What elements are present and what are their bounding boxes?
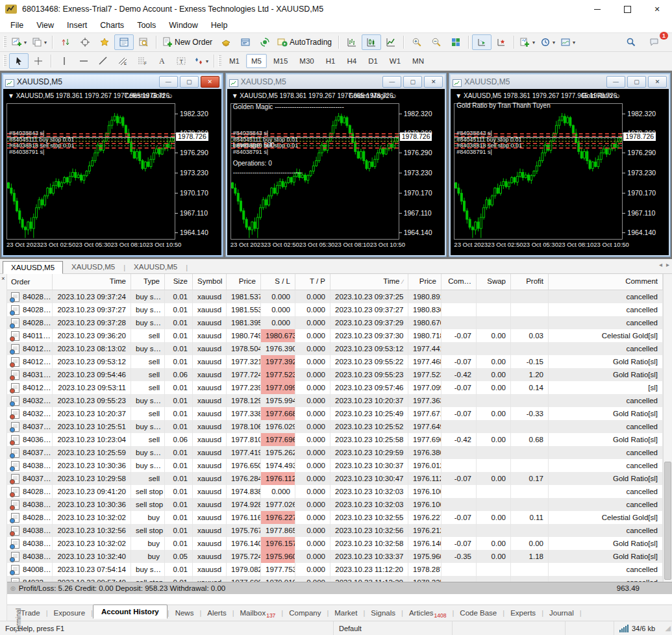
new-order-button[interactable]: New Order xyxy=(160,34,216,50)
status-profile[interactable]: Default xyxy=(334,621,453,635)
tile-windows-button[interactable] xyxy=(446,34,466,50)
trendline-button[interactable] xyxy=(93,53,113,69)
table-row[interactable]: 84038…2023.10.23 10:30:36sell stop0.01xa… xyxy=(7,498,663,511)
menu-window[interactable]: Window xyxy=(162,19,204,31)
toolbar-grip[interactable] xyxy=(3,55,6,67)
chart-window-titlebar[interactable]: XAUUSD,M5—▢✕ xyxy=(3,75,221,89)
line-chart-mode-button[interactable] xyxy=(381,34,401,50)
table-row[interactable]: 84028…2023.10.23 09:41:20sell stop0.01xa… xyxy=(7,485,663,498)
chart-restore-button[interactable]: ▢ xyxy=(627,76,646,88)
terminal-tab-market[interactable]: Market xyxy=(329,606,363,619)
table-row[interactable]: 84032…2023.10.23 09:55:23buy s…0.01xauus… xyxy=(7,394,663,407)
expert-advisors-button[interactable] xyxy=(216,34,236,50)
menu-tools[interactable]: Tools xyxy=(131,19,162,31)
terminal-tab-experts[interactable]: Experts xyxy=(504,606,541,619)
terminal-tab-code-base[interactable]: Code Base xyxy=(454,606,503,619)
column-header-price[interactable]: Price xyxy=(408,274,442,290)
table-row[interactable]: 84036…2023.10.23 10:23:04sell0.06xauusd1… xyxy=(7,433,663,446)
close-button[interactable]: ✕ xyxy=(642,0,672,18)
table-row[interactable]: 84012…2023.10.23 09:53:12sell0.01xauusd1… xyxy=(7,355,663,368)
toolbar-grip[interactable] xyxy=(218,55,221,67)
horizontal-line-button[interactable] xyxy=(74,53,93,69)
terminal-tab-account-history[interactable]: Account History xyxy=(93,604,168,619)
bar-chart-mode-button[interactable] xyxy=(342,34,362,50)
menu-view[interactable]: View xyxy=(30,19,60,31)
minimize-button[interactable] xyxy=(582,0,612,18)
maximize-button[interactable] xyxy=(612,0,642,18)
timeframe-mn-button[interactable]: MN xyxy=(407,54,429,68)
terminal-tab-signals[interactable]: Signals xyxy=(365,606,401,619)
text-button[interactable]: A xyxy=(152,53,171,69)
menu-file[interactable]: File xyxy=(4,19,30,31)
autotrading-button[interactable]: AutoTrading xyxy=(275,34,336,50)
column-header-time[interactable]: Time xyxy=(53,274,131,290)
profiles-button[interactable]: ▾ xyxy=(29,34,49,50)
chart-tab-2[interactable]: XAUUSD,M5 xyxy=(63,260,123,273)
timeframe-d1-button[interactable]: D1 xyxy=(363,54,383,68)
table-row[interactable]: 84028…2023.10.23 10:32:02buy0.01xauusd19… xyxy=(7,511,663,524)
terminal-tab-trade[interactable]: Trade xyxy=(15,606,46,619)
chart-tab-3[interactable]: XAUUSD,M5 xyxy=(125,260,186,273)
equidistant-channel-button[interactable]: E xyxy=(113,53,132,69)
column-header-s-l[interactable]: S / L xyxy=(261,274,295,290)
cursor-button[interactable] xyxy=(9,53,29,69)
terminal-tab-journal[interactable]: Journal xyxy=(543,606,580,619)
table-row[interactable]: 84038…2023.10.23 10:32:56sell stop0.01xa… xyxy=(7,524,663,537)
templates-button[interactable]: ▾ xyxy=(558,34,578,50)
fibonacci-button[interactable]: F xyxy=(132,53,152,69)
chart-close-button[interactable]: ✕ xyxy=(648,76,667,88)
timeframe-h1-button[interactable]: H1 xyxy=(321,54,341,68)
timeframe-h4-button[interactable]: H4 xyxy=(342,54,362,68)
table-row[interactable]: 84012…2023.10.23 08:13:02buy s…0.01xauus… xyxy=(7,342,663,355)
column-header-com-[interactable]: Com… xyxy=(442,274,477,290)
table-row[interactable]: 84028…2023.10.23 09:37:28buy s…0.01xauus… xyxy=(7,316,663,329)
menu-insert[interactable]: Insert xyxy=(60,19,93,31)
table-row[interactable]: 84031…2023.10.23 09:54:46sell0.06xauusd1… xyxy=(7,368,663,381)
scrollbar-thumb[interactable] xyxy=(664,462,671,580)
column-header-symbol[interactable]: Symbol xyxy=(193,274,227,290)
indicators-button[interactable] xyxy=(472,34,492,50)
column-header-profit[interactable]: Profit xyxy=(511,274,549,290)
signals-service-button[interactable] xyxy=(255,34,275,50)
table-row[interactable]: 84012…2023.10.23 09:53:11sell0.01xauusd1… xyxy=(7,381,663,394)
terminal-tab-exposure[interactable]: Exposure xyxy=(47,606,91,619)
chart-window-titlebar[interactable]: XAUUSD,M5—▢✕ xyxy=(227,75,445,89)
market-watch-button[interactable] xyxy=(114,34,134,50)
chart-restore-button[interactable]: ▢ xyxy=(403,76,422,88)
text-label-button[interactable]: T xyxy=(171,53,191,69)
table-row[interactable]: 84037…2023.10.23 10:25:51buy s…0.01xauus… xyxy=(7,420,663,433)
column-header-comment[interactable]: Comment xyxy=(549,274,663,290)
timeframe-m30-button[interactable]: M30 xyxy=(294,54,319,68)
resize-grip-icon[interactable]: ◢ xyxy=(666,624,672,632)
dropdown-arrow-icon[interactable]: ▾ xyxy=(205,58,209,64)
column-header-t-p[interactable]: T / P xyxy=(295,274,330,290)
terminal-tab-company[interactable]: Company xyxy=(283,606,327,619)
column-header-price[interactable]: Price xyxy=(227,274,261,290)
indicators-favorites-button[interactable] xyxy=(492,34,511,50)
column-header-time[interactable]: Time∕ xyxy=(330,274,408,290)
table-row[interactable]: 84038…2023.10.23 10:30:36buy s…0.01xauus… xyxy=(7,459,663,472)
table-row[interactable]: 84008…2023.10.23 07:54:14buy s…0.01xauus… xyxy=(7,563,663,576)
dropdown-arrow-icon[interactable]: ▾ xyxy=(552,40,556,45)
timeframe-m1-button[interactable]: M1 xyxy=(224,54,245,68)
table-row[interactable]: 84038…2023.10.23 10:32:40buy0.05xauusd19… xyxy=(7,550,663,563)
chart-minimize-button[interactable]: — xyxy=(606,76,625,88)
add-indicator-button[interactable]: ▾ xyxy=(517,34,538,50)
tab-scroll-left-icon[interactable]: ◂ xyxy=(659,261,662,268)
table-row[interactable]: 84037…2023.10.23 10:25:59buy s…0.01xauus… xyxy=(7,446,663,459)
toolbar-grip[interactable] xyxy=(3,36,6,48)
chart-minimize-button[interactable]: — xyxy=(159,76,178,88)
tab-scroll-right-icon[interactable]: ▸ xyxy=(666,261,669,268)
new-chart-button[interactable]: ▾ xyxy=(9,34,29,50)
menu-charts[interactable]: Charts xyxy=(93,19,131,31)
table-row[interactable]: 84038…2023.10.23 10:32:02buy0.01xauusd19… xyxy=(7,537,663,550)
crosshair-cursor-button[interactable] xyxy=(75,34,95,50)
notifications-button[interactable]: 1 xyxy=(645,34,664,50)
chart-canvas[interactable]: ▼ XAUUSD,M5 1978.361 1979.267 1977.965 1… xyxy=(3,89,221,255)
arrows-button[interactable]: ▾ xyxy=(191,53,211,69)
chart-tab-1[interactable]: XAUUSD,M5 xyxy=(3,261,63,274)
column-header-size[interactable]: Size xyxy=(165,274,193,290)
timeframe-w1-button[interactable]: W1 xyxy=(384,54,406,68)
table-row[interactable]: 84032…2023.10.23 10:20:37sell0.01xauusd1… xyxy=(7,407,663,420)
table-row[interactable]: 84011…2023.10.23 09:36:20sell0.01xauusd1… xyxy=(7,329,663,342)
